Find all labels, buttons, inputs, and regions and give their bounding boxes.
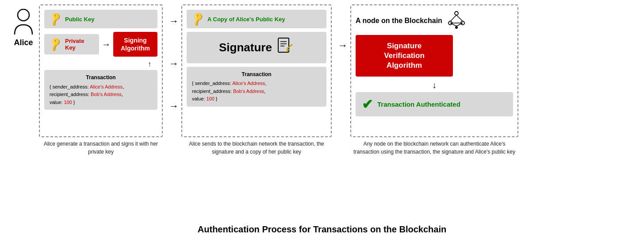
tx-line-2: recipient_address: Bob's Address, <box>50 91 152 99</box>
alice-label: Alice <box>14 38 33 47</box>
up-arrow: ↑ <box>142 60 157 68</box>
arrow-public-key: → <box>169 15 179 27</box>
node-text: A node on the Blockchain <box>356 17 442 25</box>
private-key-icon: 🔑 <box>47 36 63 52</box>
panel1: 🔑 Public Key 🔑 Private Key → SigningAlgo… <box>39 4 166 156</box>
page-title: Authentication Process for Transactions … <box>198 224 446 235</box>
transaction-box-1: Transaction { sender_address: Alice's Ad… <box>44 70 157 110</box>
copy-public-key-label: A Copy of Alice's Public Key <box>207 16 285 23</box>
signature-label: Signature <box>219 41 272 54</box>
verification-algo-label: SignatureVerificationAlgorithm <box>384 42 425 69</box>
transaction-title-1: Transaction <box>50 73 152 82</box>
transaction-title-2: Transaction <box>192 70 321 79</box>
svg-point-7 <box>455 12 458 15</box>
alice-icon <box>12 9 34 38</box>
arrows-col1-col2: → → → <box>169 4 179 112</box>
panel2-dashed-box: 🔑 A Copy of Alice's Public Key Signature <box>181 4 332 137</box>
tx-line-3: value: 100 } <box>50 99 152 107</box>
blockchain-node-icon <box>447 10 467 31</box>
panel2-caption: Alice sends to the blockchain network th… <box>181 140 332 156</box>
copy-public-key-icon: 🔑 <box>190 11 206 27</box>
diagram-row: Alice 🔑 Public Key 🔑 Private Key → <box>12 4 632 156</box>
arrow-signature: → <box>169 58 179 69</box>
tx-line-1: { sender_address: Alice's Address, <box>50 83 152 91</box>
tx2-line-2: recipient_address: Bob's Address, <box>192 88 321 96</box>
private-key-box: 🔑 Private Key <box>44 34 99 54</box>
verified-label: Transaction Authenticated <box>377 100 460 108</box>
alice-section: Alice <box>12 9 34 47</box>
public-key-icon: 🔑 <box>47 11 63 27</box>
down-arrow: ↓ <box>356 80 513 90</box>
node-label: A node on the Blockchain <box>356 10 513 31</box>
arrow-to-signing: → <box>102 39 111 50</box>
svg-point-10 <box>455 26 458 29</box>
signature-box: Signature <box>187 32 326 63</box>
private-key-label: Private Key <box>65 38 94 51</box>
transaction-box-2: Transaction { sender_address: Alice's Ad… <box>187 67 326 107</box>
arrow-to-verification: → <box>338 40 348 51</box>
panel3: A node on the Blockchain <box>350 4 518 156</box>
svg-line-11 <box>450 15 456 21</box>
svg-line-12 <box>456 15 463 21</box>
panel2: 🔑 A Copy of Alice's Public Key Signature <box>181 4 335 156</box>
tx2-line-3: value: 100 } <box>192 95 321 103</box>
checkmark-icon: ✔ <box>362 96 373 112</box>
tx2-line-1: { sender_address: Alice's Address, <box>192 80 321 88</box>
panel1-dashed-box: 🔑 Public Key 🔑 Private Key → SigningAlgo… <box>39 4 163 137</box>
document-icon <box>276 37 294 58</box>
public-key-box: 🔑 Public Key <box>44 10 157 28</box>
main-container: Alice 🔑 Public Key 🔑 Private Key → <box>0 0 644 239</box>
svg-line-5 <box>287 44 292 49</box>
panel3-dashed-box: A node on the Blockchain <box>350 4 518 137</box>
arrow-transaction-1: → <box>169 100 179 112</box>
copy-public-key-box: 🔑 A Copy of Alice's Public Key <box>187 10 326 28</box>
panel1-caption: Alice generate a transaction and signs i… <box>39 140 163 156</box>
verified-box: ✔ Transaction Authenticated <box>356 92 513 116</box>
panel3-caption: Any node on the blockchain network can a… <box>350 140 518 156</box>
svg-point-0 <box>18 9 29 21</box>
signing-algo-label: SigningAlgorithm <box>121 37 150 52</box>
verification-algo-box: SignatureVerificationAlgorithm <box>356 35 453 77</box>
arrows-col2-col3: → <box>338 4 348 51</box>
signing-algo-box: SigningAlgorithm <box>113 32 157 57</box>
public-key-label: Public Key <box>65 16 94 23</box>
